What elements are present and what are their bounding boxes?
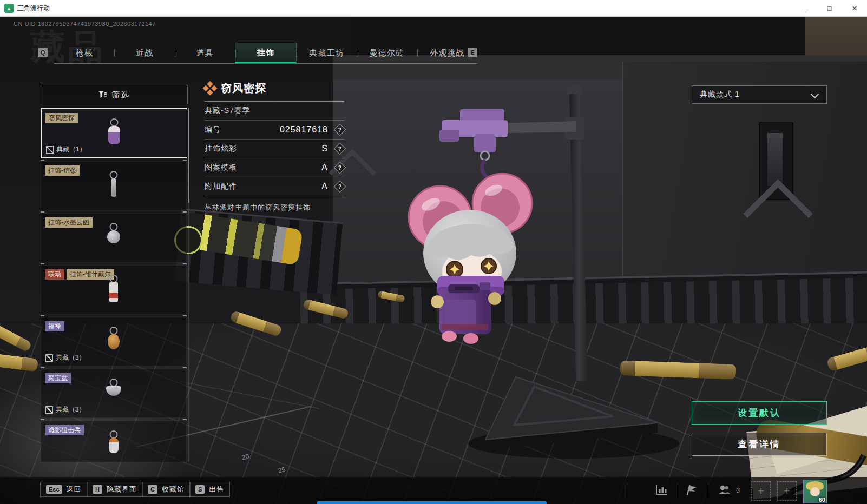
serial-row: 编号 025817618 ? [205, 121, 344, 140]
charm-thumbnail [103, 379, 124, 409]
category-tabbar: 枪械 近战 道具 挂饰 典藏工坊 曼德尔砖 外观挑战 [54, 43, 477, 64]
item-description: 丛林派对主题中的窃风密探挂饰 [205, 203, 344, 213]
player-avatar[interactable]: 60 [803, 480, 827, 503]
list-scrollbar[interactable] [188, 108, 189, 462]
hotkey-label: 返回 [67, 485, 82, 494]
row-label: 图案模板 [205, 163, 237, 173]
item-badges: 福禄 [45, 321, 64, 331]
stats-chart-icon[interactable] [655, 483, 668, 496]
empty-squad-slot[interactable]: + [777, 481, 797, 501]
collection-icon [45, 354, 53, 362]
charm-colorway-row: 挂饰炫彩 S ? [205, 140, 344, 158]
tab-props[interactable]: 道具 [175, 43, 235, 63]
tab-label: 近战 [136, 48, 153, 58]
chevron-down-icon [811, 90, 819, 99]
pattern-template-row: 图案模板 A ? [205, 158, 344, 177]
row-label: 附加配件 [205, 182, 237, 191]
key-badge: Esc [46, 485, 62, 494]
sell-hotkey[interactable]: S 出售 [189, 482, 230, 497]
item-name-badge: 挂饰-信条 [45, 165, 80, 176]
style-dropdown[interactable]: 典藏款式 1 [692, 85, 827, 104]
tab-melee[interactable]: 近战 [114, 43, 174, 63]
filter-button[interactable]: 筛选 [41, 85, 188, 104]
item-name-badge: 聚宝盆 [45, 373, 71, 383]
charm-thumbnail [103, 118, 125, 149]
app-logo-icon: ▲ [4, 4, 14, 13]
taskbar-hint [317, 501, 547, 504]
mat-number: 20 [241, 453, 250, 462]
list-item-charm[interactable]: 诡影狙击兵 [41, 421, 187, 462]
row-value: A [321, 182, 328, 191]
collection-count: 典藏（3） [45, 405, 86, 414]
hide-ui-hotkey[interactable]: H 隐藏界面 [87, 482, 143, 497]
list-item-charm[interactable]: 挂饰-信条 [41, 161, 187, 210]
collection-hall-hotkey[interactable]: C 收藏馆 [142, 482, 191, 497]
tab-workshop[interactable]: 典藏工坊 [297, 43, 357, 63]
tab-label: 道具 [196, 48, 214, 58]
rarity-diamond-icon [202, 81, 218, 96]
tab-charms[interactable]: 挂饰 [235, 43, 296, 63]
mat-number: 25 [278, 466, 286, 475]
window-titlebar: ▲ 三角洲行动 — □ ✕ [0, 0, 867, 17]
help-icon[interactable]: ? [334, 162, 346, 174]
list-item-charm[interactable]: 挂饰-水墨云图 [41, 213, 187, 262]
list-item-charm[interactable]: 联动 挂饰-维什戴尔 [41, 265, 187, 314]
row-label: 编号 [205, 125, 221, 135]
maximize-button[interactable]: □ [817, 0, 842, 16]
charm-thumbnail [103, 275, 124, 305]
scrollbar-thumb[interactable] [188, 108, 189, 203]
item-badges: 诡影狙击兵 [45, 425, 84, 435]
item-badges: 窃风密探 [45, 113, 78, 123]
collection-count: 典藏（1） [46, 145, 86, 154]
help-icon[interactable]: ? [334, 143, 346, 155]
set-default-button[interactable]: 设置默认 [692, 401, 827, 425]
tab-mandel-brick[interactable]: 曼德尔砖 [357, 43, 417, 63]
row-value: 025817618 [280, 125, 328, 135]
list-item-charm[interactable]: 窃风密探 典藏（1） [41, 108, 187, 158]
item-name-badge: 诡影狙击兵 [45, 425, 84, 435]
list-item-charm[interactable]: 福禄 典藏（3） [41, 317, 187, 366]
window-controls: — □ ✕ [792, 0, 867, 16]
help-icon[interactable]: ? [334, 124, 346, 136]
avatar-level: 60 [819, 496, 825, 503]
bottom-hotkey-bar: Esc 返回 H 隐藏界面 C 收藏馆 S 出售 [0, 477, 867, 504]
close-button[interactable]: ✕ [842, 0, 867, 16]
help-icon[interactable]: ? [334, 181, 346, 193]
window-title: 三角洲行动 [17, 4, 50, 13]
tab-guns[interactable]: 枪械 [54, 43, 114, 63]
item-title-row: 窃风密探 [205, 81, 344, 102]
tab-label: 挂饰 [257, 48, 274, 58]
back-hotkey[interactable]: Esc 返回 [40, 482, 88, 497]
squad-count: 3 [736, 486, 740, 494]
squad-icon[interactable] [718, 483, 731, 496]
divider [708, 483, 708, 497]
key-badge: C [148, 485, 157, 494]
list-item-charm[interactable]: 聚宝盆 典藏（3） [41, 369, 187, 418]
row-value: A [321, 163, 328, 173]
season-label: 典藏-S7赛季 [205, 106, 251, 116]
charm-display-stand [379, 70, 682, 481]
player-uid: CN UID 18027950374741973930_202603172147 [14, 21, 156, 27]
collection-label: 典藏（3） [56, 405, 86, 414]
item-name-badge: 窃风密探 [45, 113, 78, 123]
charm-thumbnail [103, 327, 124, 357]
item-badges: 挂饰-水墨云图 [45, 217, 93, 228]
game-viewport: 20 25 [0, 16, 867, 504]
item-badges: 挂饰-信条 [45, 165, 80, 176]
season-row: 典藏-S7赛季 [205, 102, 344, 121]
charm-thumbnail [103, 223, 124, 253]
stand-base [468, 377, 679, 459]
flag-icon[interactable] [685, 483, 698, 496]
collection-icon [46, 146, 54, 154]
row-value: S [321, 144, 328, 154]
minimize-button[interactable]: — [792, 0, 817, 16]
style-dropdown-value: 典藏款式 1 [700, 90, 740, 100]
key-badge: H [93, 485, 102, 494]
view-details-button[interactable]: 查看详情 [692, 433, 827, 456]
empty-squad-slot[interactable]: + [751, 481, 771, 501]
charm-thumbnail [103, 430, 124, 461]
item-name-badge: 挂饰-水墨云图 [45, 217, 93, 228]
item-collab-badge: 联动 [45, 269, 64, 280]
tab-label: 典藏工坊 [309, 48, 344, 58]
extra-accessory-row: 附加配件 A ? [205, 177, 344, 196]
